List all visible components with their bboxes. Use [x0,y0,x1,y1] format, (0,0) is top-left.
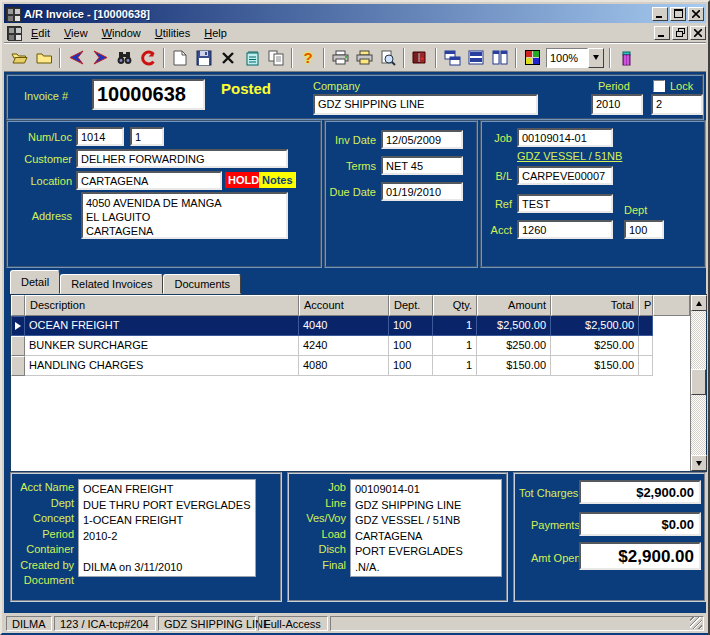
cell-account[interactable]: 4080 [299,356,389,376]
inv-date-field[interactable]: 12/05/2009 [381,130,463,149]
company-select[interactable]: GDZ SHIPPING LINE [313,94,538,115]
customer-loc-field[interactable]: 1 [130,127,164,146]
colors-button[interactable] [520,46,544,70]
cell-amount[interactable]: $2,500.00 [477,316,551,336]
post-button[interactable] [408,46,432,70]
notes-button[interactable] [240,46,264,70]
row-selector[interactable] [11,316,25,336]
period-year-field[interactable]: 2010 [591,94,643,115]
folder-button[interactable] [32,46,56,70]
table-row[interactable]: HANDLING CHARGES 4080 100 1 $150.00 $150… [11,356,690,376]
menu-help[interactable]: Help [197,24,234,42]
table-row[interactable]: OCEAN FREIGHT 4040 100 1 $2,500.00 $2,50… [11,316,690,336]
cell-p[interactable] [639,336,653,356]
period-num-field[interactable]: 2 [651,94,703,115]
tile-horizontal-button[interactable] [464,46,488,70]
tab-related-invoices[interactable]: Related Invoices [60,274,163,294]
help-button[interactable]: ? [296,46,320,70]
dept-field[interactable]: 100 [624,220,664,239]
refresh-button[interactable] [136,46,160,70]
table-row[interactable]: BUNKER SURCHARGE 4240 100 1 $250.00 $250… [11,336,690,356]
new-button[interactable] [168,46,192,70]
terms-field[interactable]: NET 45 [381,156,463,175]
app-icon[interactable] [6,7,20,21]
menu-view[interactable]: View [57,24,95,42]
cell-qty[interactable]: 1 [433,336,477,356]
tab-documents[interactable]: Documents [163,274,241,294]
notes-badge[interactable]: Notes [259,172,296,188]
cell-qty[interactable]: 1 [433,356,477,376]
lock-checkbox[interactable] [653,80,665,92]
cell-total[interactable]: $250.00 [551,336,639,356]
cell-description[interactable]: BUNKER SURCHARGE [25,336,299,356]
mdi-restore-button[interactable] [672,26,688,40]
location-field[interactable]: CARTAGENA [76,171,222,190]
scroll-up-button[interactable] [691,295,707,311]
customer-name-field[interactable]: DELHER FORWARDING [76,149,288,168]
grid-vertical-scrollbar[interactable] [690,295,706,471]
menu-edit[interactable]: Edit [24,24,57,42]
cell-account[interactable]: 4040 [299,316,389,336]
previous-button[interactable] [64,46,88,70]
copy-button[interactable] [264,46,288,70]
grid-header-p[interactable]: P [639,295,653,316]
close-button[interactable] [688,7,704,21]
vessel-link[interactable]: GDZ VESSEL / 51NB [517,150,622,162]
cascade-windows-button[interactable] [440,46,464,70]
menu-utilities[interactable]: Utilities [148,24,197,42]
cell-total[interactable]: $150.00 [551,356,639,376]
open-button[interactable] [8,46,32,70]
exit-button[interactable] [614,46,638,70]
grid-header-dept[interactable]: Dept. [389,295,433,316]
grid-header-total[interactable]: Total [551,295,639,316]
grid-header-description[interactable]: Description [25,295,299,316]
cell-description[interactable]: HANDLING CHARGES [25,356,299,376]
row-selector[interactable] [11,336,25,356]
cell-description[interactable]: OCEAN FREIGHT [25,316,299,336]
grid-header-amount[interactable]: Amount [477,295,551,316]
cell-amount[interactable]: $150.00 [477,356,551,376]
due-date-field[interactable]: 01/19/2010 [381,182,463,201]
grid-header-account[interactable]: Account [299,295,389,316]
cell-p[interactable] [639,356,653,376]
bl-field[interactable]: CARPEVE00007 [517,166,613,185]
address-field[interactable]: 4050 AVENIDA DE MANGA EL LAGUITO CARTAGE… [81,192,288,239]
maximize-button[interactable] [670,7,686,21]
acct-field[interactable]: 1260 [517,220,613,239]
scroll-down-button[interactable] [691,455,707,471]
cell-dept[interactable]: 100 [389,316,433,336]
mdi-minimize-button[interactable] [654,26,670,40]
cell-total[interactable]: $2,500.00 [551,316,639,336]
cell-dept[interactable]: 100 [389,336,433,356]
ref-field[interactable]: TEST [517,194,613,213]
menu-window[interactable]: Window [95,24,148,42]
save-button[interactable] [192,46,216,70]
print-preview-button[interactable] [376,46,400,70]
print-button[interactable] [328,46,352,70]
invoice-number-field[interactable]: 10000638 [92,79,205,110]
print-alt-button[interactable] [352,46,376,70]
minimize-button[interactable] [652,7,668,21]
cell-qty[interactable]: 1 [433,316,477,336]
cell-amount[interactable]: $250.00 [477,336,551,356]
grid-header-qty[interactable]: Qty. [433,295,477,316]
customer-num-field[interactable]: 1014 [76,127,124,146]
mdi-child-icon[interactable] [7,26,21,40]
job-field[interactable]: 00109014-01 [517,128,613,147]
zoom-value[interactable]: 100% [546,48,588,68]
scrollbar-thumb[interactable] [691,369,706,395]
cell-p[interactable] [639,316,653,336]
mdi-close-button[interactable] [690,26,706,40]
zoom-dropdown-button[interactable] [588,48,604,68]
delete-button[interactable] [216,46,240,70]
row-selector[interactable] [11,356,25,376]
resize-grip[interactable] [690,617,702,629]
zoom-select[interactable]: 100% [546,48,604,68]
find-button[interactable] [112,46,136,70]
cell-dept[interactable]: 100 [389,356,433,376]
tab-detail[interactable]: Detail [10,270,60,294]
next-button[interactable] [88,46,112,70]
scrollbar-track[interactable] [691,311,706,455]
cell-account[interactable]: 4240 [299,336,389,356]
tile-vertical-button[interactable] [488,46,512,70]
